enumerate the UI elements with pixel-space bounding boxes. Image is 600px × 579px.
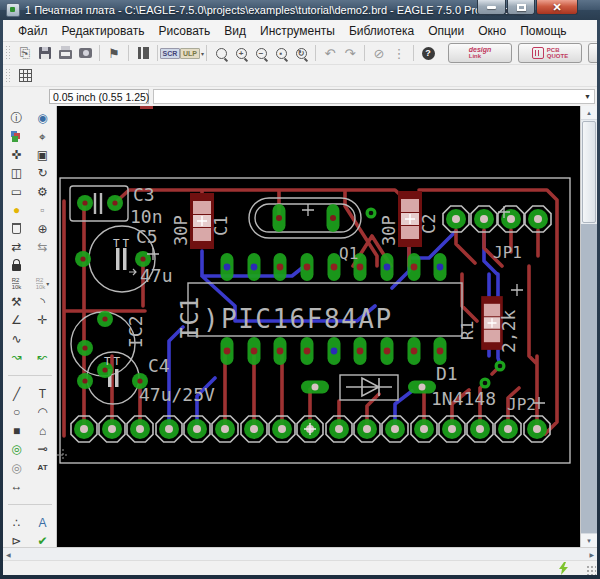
menu-tools[interactable]: Инструменты [253,22,342,40]
tool-spacer [30,330,56,348]
svg-text:30P: 30P [171,215,191,246]
menu-options[interactable]: Опции [421,22,471,40]
design-link-button[interactable]: designLink [448,43,512,63]
tool-lock-icon[interactable] [4,256,30,274]
cam-processor-icon[interactable] [76,45,94,62]
run-script-icon[interactable]: SCR▾ [163,45,181,62]
tool-cut-icon[interactable]: ● [4,201,30,219]
save-icon[interactable] [36,45,54,62]
tool-show-icon[interactable]: ◉ [30,109,56,127]
toolbar-drag-handle[interactable] [5,45,12,61]
zoom-out-icon[interactable]: − [252,45,270,62]
redo-icon[interactable]: ↷ [341,45,359,62]
tool-rotate-icon[interactable]: ↻ [30,164,56,182]
menu-help[interactable]: Помощь [513,22,573,40]
tool-move-icon[interactable]: ✜ [4,146,30,164]
library-icon[interactable] [134,45,152,62]
scroll-up-icon[interactable]: ▲ [581,106,597,120]
menu-library[interactable]: Библиотека [342,22,421,40]
scroll-right-icon[interactable]: ▶ [589,551,594,558]
tool-ripup-icon[interactable]: ↜ [30,348,56,366]
d1-pad-left [301,381,329,394]
svg-text:IC2: IC2 [125,315,146,348]
tool-info-icon[interactable]: ⓘ [4,109,30,127]
tool-optimize-icon[interactable]: ✛ [30,311,56,329]
palette-separator [4,366,56,384]
tool-pinswap-icon[interactable]: ⇄ [4,238,30,256]
tool-smash-icon[interactable]: ⚒ [4,293,30,311]
tool-arc-icon[interactable]: ◠ [30,403,56,421]
tool-via-icon[interactable]: ◎ [4,440,30,458]
minimize-button[interactable] [477,0,506,15]
tool-route-icon[interactable]: ↝ [4,348,30,366]
vertical-scrollbar-trough[interactable] [581,224,597,533]
tool-replace-icon[interactable]: ⇆ [30,238,56,256]
toolbar-drag-handle[interactable] [5,68,12,84]
menu-file[interactable]: Файл [11,22,55,40]
help-icon[interactable]: ? [419,45,437,62]
tool-delete-icon[interactable] [4,219,30,237]
run-ulp-icon[interactable]: ULP▾ [183,45,201,62]
tool-circle-icon[interactable]: ○ [4,403,30,421]
undo-icon[interactable]: ↶ [321,45,339,62]
menu-view[interactable]: Вид [217,22,253,40]
tool-copy-icon[interactable]: ▣ [30,146,56,164]
tool-ratsnest-icon[interactable]: ∴ [4,514,30,532]
print-icon[interactable] [56,45,74,62]
pcb-drawing[interactable]: C3 10n 30P C1 C5 47u TT TT Q1 30P C2 JP1… [57,106,579,547]
tool-signal-icon[interactable]: ⊸ [30,440,56,458]
svg-text:IC1: IC1 [176,297,204,340]
scroll-left-icon[interactable]: ◀ [6,551,11,558]
tool-meander-icon[interactable]: ∿ [4,330,30,348]
tool-text-icon[interactable]: T [30,385,56,403]
tool-wire-icon[interactable]: ╱ [4,385,30,403]
tool-miter-icon[interactable]: ◝ [30,293,56,311]
vertical-scrollbar[interactable]: ▲ ▼ [580,106,597,547]
command-input[interactable] [154,91,581,102]
stop-icon[interactable]: ⊘ [370,45,388,62]
menu-edit[interactable]: Редактировать [55,22,152,40]
resize-grip[interactable] [586,565,596,575]
tool-dimension-icon[interactable]: ↔ [4,477,30,495]
svg-text:C5: C5 [136,226,158,247]
horizontal-scrollbar[interactable]: ◀ ▶ [3,547,597,560]
scroll-down-icon[interactable]: ▼ [581,533,597,547]
tool-mark-icon[interactable]: ⌖ [30,127,56,145]
tool-polygon-icon[interactable]: ⌂ [30,422,56,440]
menu-draw[interactable]: Рисовать [151,22,217,40]
open-board-icon[interactable]: ⎘ [16,45,34,62]
command-combobox[interactable]: ▼ [153,89,595,104]
tool-autorouter-icon[interactable]: A [30,514,56,532]
toolbar-separator [364,45,365,61]
vertical-scrollbar-thumb[interactable] [582,121,596,223]
tool-change-icon[interactable]: ⚙ [30,183,56,201]
chevron-down-icon: ▾ [46,280,49,287]
combobox-dropdown-icon[interactable]: ▼ [581,93,594,100]
tool-hole-icon[interactable]: ◎ [4,458,30,476]
zoom-redraw-icon[interactable]: ↻ [292,45,310,62]
tool-add-icon[interactable]: ⊕ [30,219,56,237]
pcb-quote-button[interactable]: PCBQUOTE [518,43,582,63]
grid-settings-icon[interactable] [16,67,34,84]
switch-board-icon[interactable]: ⚑ [105,45,123,62]
maximize-button[interactable] [507,0,535,15]
tool-rect-icon[interactable]: ■ [4,422,30,440]
idf-to-3d-button[interactable]: IDFTO 3D [588,43,597,63]
go-icon[interactable]: ⋮ [390,45,408,62]
tool-group-icon[interactable]: ▭ [4,183,30,201]
zoom-fit-icon[interactable] [212,45,230,62]
tool-split-icon[interactable]: ∠ [4,311,30,329]
drc-status-indicator[interactable] [558,562,569,575]
tool-value-icon[interactable]: R210k▾ [30,275,56,293]
menu-window[interactable]: Окно [471,22,513,40]
close-button[interactable]: ✕ [536,0,578,15]
tool-name-icon[interactable]: R210k [4,275,30,293]
pcb-canvas[interactable]: C3 10n 30P C1 C5 47u TT TT Q1 30P C2 JP1… [57,106,580,547]
tool-paste-icon[interactable]: ▫ [30,201,56,219]
tool-attribute-icon[interactable]: AT [30,458,56,476]
tool-mirror-icon[interactable]: ◫ [4,164,30,182]
zoom-select-icon[interactable]: ▪ [272,45,290,62]
zoom-in-icon[interactable]: + [232,45,250,62]
tool-display-icon[interactable] [4,127,30,145]
chevron-down-icon: ▾ [201,50,204,57]
